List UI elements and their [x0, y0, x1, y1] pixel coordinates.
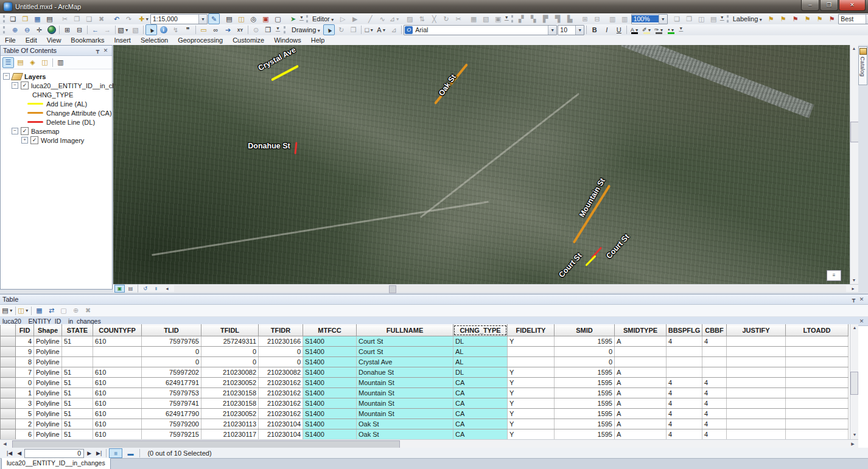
menu-geoprocessing[interactable]: Geoprocessing — [173, 36, 228, 44]
column-header-SMIDTYPE[interactable]: SMIDTYPE — [615, 325, 667, 336]
expand-icon[interactable]: + — [21, 137, 28, 144]
list-by-visibility-icon[interactable]: ◈ — [27, 57, 38, 68]
font-name-combo[interactable]: OArial▼ — [404, 25, 557, 35]
cell[interactable]: 1 — [16, 388, 34, 398]
cell[interactable] — [786, 367, 849, 378]
list-by-drawing-order-icon[interactable]: ☰ — [2, 57, 14, 68]
toolbar-grip[interactable] — [284, 26, 287, 33]
column-header-Shape[interactable]: Shape — [34, 325, 62, 336]
cell[interactable]: DL — [453, 336, 508, 347]
row-selector[interactable] — [1, 398, 16, 409]
font-size-combo[interactable]: 10▼ — [558, 25, 584, 35]
row-selector[interactable] — [1, 409, 16, 419]
cell[interactable]: 210230082 — [201, 367, 259, 378]
column-header-CHNG_TYPE[interactable]: CHNG_TYPE — [453, 325, 508, 336]
cell[interactable]: 624917791 — [142, 378, 201, 388]
column-header-SMID[interactable]: SMID — [555, 325, 615, 336]
show-selected-records-toggle[interactable]: ▬ — [124, 448, 137, 458]
cell[interactable] — [615, 357, 667, 367]
related-tables-icon[interactable]: ◫▼ — [18, 305, 29, 316]
topology-overflow-icon[interactable]: ▼― — [720, 14, 724, 24]
chevron-down-icon[interactable]: ▼ — [575, 26, 584, 35]
cell[interactable]: 0 — [142, 357, 201, 367]
cell[interactable] — [508, 347, 555, 357]
cell[interactable]: 610 — [93, 378, 142, 388]
identify-icon[interactable]: i — [158, 24, 169, 35]
label-overflow-button[interactable]: ≡ — [827, 270, 841, 281]
cell[interactable]: 4 — [702, 409, 727, 419]
layer-checkbox[interactable]: ✓ — [21, 82, 29, 89]
scroll-down-icon[interactable]: ▼ — [850, 431, 859, 438]
data-view-icon[interactable]: ▣ — [114, 285, 125, 293]
italic-icon[interactable]: I — [601, 24, 612, 35]
column-header-TFIDR[interactable]: TFIDR — [259, 325, 303, 336]
cell[interactable]: 0 — [201, 357, 259, 367]
scroll-up-icon[interactable]: ▲ — [850, 45, 858, 52]
cell[interactable] — [727, 388, 786, 398]
table-of-contents-window-icon[interactable]: ▤ — [223, 13, 235, 24]
cell[interactable] — [667, 367, 702, 378]
cell[interactable]: CA — [453, 378, 508, 388]
cell[interactable] — [727, 398, 786, 409]
cell[interactable]: 610 — [93, 419, 142, 429]
first-record-button[interactable]: |◀ — [5, 450, 14, 456]
cell[interactable]: 4 — [667, 419, 702, 429]
cell[interactable]: 1595 — [555, 388, 615, 398]
cell[interactable]: 4 — [667, 398, 702, 409]
cell[interactable]: 51 — [62, 336, 93, 347]
menu-selection[interactable]: Selection — [136, 36, 173, 44]
add-data-icon[interactable]: ✚▼ — [138, 13, 150, 24]
cell[interactable] — [786, 378, 849, 388]
cell[interactable]: 1595 — [555, 336, 615, 347]
cell[interactable]: 51 — [62, 419, 93, 429]
cell[interactable]: 257249311 — [201, 336, 259, 347]
source-close-icon[interactable]: ✕ — [858, 318, 866, 324]
cell[interactable]: 8 — [16, 357, 34, 367]
arctoolbox-icon[interactable]: ▣ — [260, 13, 271, 24]
cell[interactable]: Polyline — [34, 347, 62, 357]
cell[interactable]: 7 — [16, 367, 34, 378]
chevron-down-icon[interactable]: ▼ — [198, 15, 207, 24]
find-route-icon[interactable]: ➔ — [222, 24, 234, 35]
cell[interactable]: 75997202 — [142, 367, 201, 378]
cell[interactable]: 624917790 — [142, 409, 201, 419]
map-scale-combo[interactable]: 1:15,000▼ — [150, 14, 208, 24]
column-header-FID[interactable]: FID — [16, 325, 34, 336]
cell[interactable]: 1595 — [555, 419, 615, 429]
column-header-JUSTIFY[interactable]: JUSTIFY — [727, 325, 786, 336]
row-selector[interactable] — [1, 419, 16, 429]
toc-legend-change-attr[interactable]: Change Attribute (CA) — [1, 108, 112, 117]
layer-checkbox[interactable]: ✓ — [30, 136, 38, 144]
cell[interactable] — [615, 347, 667, 357]
cell[interactable]: 4 — [667, 336, 702, 347]
column-header-LTOADD[interactable]: LTOADD — [786, 325, 849, 336]
legend-swatch-red[interactable] — [27, 121, 43, 123]
full-extent-icon[interactable] — [46, 24, 57, 35]
row-selector[interactable] — [1, 336, 16, 347]
list-by-source-icon[interactable]: ▤ — [15, 57, 26, 68]
tools-overflow-icon[interactable]: ▼― — [275, 25, 281, 35]
cell[interactable]: 4 — [702, 336, 727, 347]
drawing-select-elements-icon[interactable]: ▲ — [323, 24, 335, 35]
table-close-icon[interactable]: ✕ — [858, 296, 866, 302]
cell[interactable] — [62, 347, 93, 357]
label-priority-icon[interactable]: ⚑ — [777, 13, 789, 24]
text-tool-icon[interactable]: A▼ — [376, 24, 387, 35]
layout-view-icon[interactable]: ▤ — [125, 285, 136, 293]
cell[interactable]: Y — [508, 378, 555, 388]
legend-swatch-orange[interactable] — [27, 112, 43, 114]
open-icon[interactable]: ❐ — [19, 13, 31, 24]
cell[interactable]: Mountain St — [357, 388, 453, 398]
cell[interactable] — [727, 367, 786, 378]
cell[interactable]: 51 — [62, 409, 93, 419]
table-horizontal-scrollbar[interactable]: ◀ ▶ — [0, 439, 858, 448]
cell[interactable]: CA — [453, 409, 508, 419]
zoom-percent-combo[interactable]: 100%▼ — [631, 14, 668, 24]
select-features-icon[interactable]: ▧▼ — [117, 24, 129, 35]
cell[interactable]: CA — [453, 419, 508, 429]
table-vscroll-thumb[interactable] — [850, 372, 858, 395]
cell[interactable]: S1400 — [303, 429, 357, 440]
map-view[interactable]: Crystal AveOak StDonahue StMountain StCo… — [113, 45, 858, 292]
cell[interactable]: Y — [508, 419, 555, 429]
cell[interactable]: 2 — [16, 419, 34, 429]
